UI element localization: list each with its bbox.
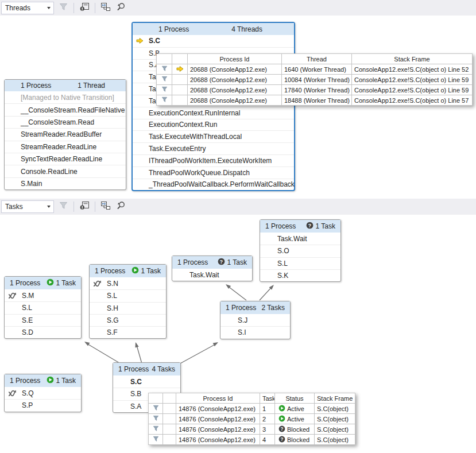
stack-frame-row[interactable]: StreamReader.ReadLine: [5, 141, 126, 153]
stack-frame-label: S.K: [277, 272, 288, 280]
stack-frame-row[interactable]: __ConsoleStream.ReadFileNative: [5, 103, 126, 115]
stack-frame-label: S.F: [107, 328, 118, 336]
stack-frame-row-current[interactable]: S.C: [113, 375, 180, 388]
stack-frame-label: S.D: [22, 328, 33, 336]
stack-frame-row[interactable]: [Managed to Native Transition]: [5, 91, 126, 103]
stack-frame-row[interactable]: S.G: [90, 314, 166, 326]
stack-frame-row[interactable]: Console.ReadLine: [5, 165, 126, 177]
tasks-stack-box-sq[interactable]: 1 Process 1 Task S.Q S.P: [4, 374, 82, 412]
stack-frame-row[interactable]: ThreadPoolWorkQueue.Dispatch: [133, 167, 294, 179]
autoscroll-current-frame-button[interactable]: [99, 2, 113, 14]
table-row[interactable]: 20688 (ConsoleApp12.exe) 17840 (Worker T…: [157, 85, 473, 95]
threads-stack-box-main-thread[interactable]: 1 Process 1 Thread [Managed to Native Tr…: [4, 79, 126, 190]
stack-frame-row[interactable]: Task.ExecuteWithThreadLocal: [133, 130, 294, 142]
stack-frame-row[interactable]: S.P: [5, 399, 81, 411]
stack-frame-cell: S.C(object): [315, 435, 355, 445]
table-row[interactable]: 20688 (ConsoleApp12.exe) 18488 (Worker T…: [157, 95, 473, 106]
show-only-flagged-button[interactable]: [56, 200, 70, 213]
stack-frame-row[interactable]: S.I: [220, 326, 290, 338]
column-header: Stack Frame: [315, 393, 355, 404]
stack-frame-row[interactable]: S.L: [5, 301, 81, 313]
stack-frame-row[interactable]: Task.Wait: [260, 233, 340, 245]
flag-task-button[interactable]: [149, 404, 163, 414]
stack-frame-row[interactable]: S.L: [260, 257, 340, 269]
method-view-button[interactable]: [78, 200, 91, 213]
zoom-control-icon: [115, 2, 126, 14]
table-header-row: Process Id Task Status Stack Frame: [149, 393, 355, 404]
stack-frame-label: Task.ExecuteWithThreadLocal: [149, 133, 242, 141]
stack-frame-row[interactable]: S.J: [220, 314, 290, 326]
stack-frame-row[interactable]: __ConsoleStream.Read: [5, 116, 126, 128]
method-view-button[interactable]: [78, 2, 91, 14]
stack-frame-label: StreamReader.ReadLine: [21, 143, 96, 151]
table-row[interactable]: 14876 (ConsoleApp12.exe) 4 ?Blocked S.C(…: [149, 435, 355, 445]
flag-thread-button[interactable]: [157, 85, 172, 95]
toggle-zoom-control-button[interactable]: [114, 200, 127, 213]
stack-frame-label: Task.ExecuteEntry: [149, 145, 206, 153]
stack-frame-row[interactable]: ExecutionContext.RunInternal: [133, 107, 294, 119]
task-blocked-icon: ?: [278, 425, 285, 433]
tasks-stack-box-blocked-tall[interactable]: 1 Process ? 1 Task Task.Wait S.O S.L S.K: [260, 219, 341, 282]
table-row[interactable]: 14876 (ConsoleApp12.exe) 3 ?Blocked S.C(…: [149, 424, 355, 435]
stack-frame-row[interactable]: StreamReader.ReadBuffer: [5, 128, 126, 140]
stack-frame-row[interactable]: S.L: [90, 289, 166, 301]
flag-task-button[interactable]: [149, 424, 163, 435]
stack-frame-row[interactable]: Task.Wait: [172, 269, 252, 281]
flag-task-button[interactable]: [149, 414, 163, 424]
stack-frame-cell: ConsoleApp12.exe!S.C(object o) Line 59: [352, 85, 473, 95]
stack-frame-label: ExecutionContext.Run: [149, 121, 217, 129]
stack-frame-row-current[interactable]: S.Q: [5, 387, 81, 399]
stack-frame-row-current[interactable]: S.N: [90, 277, 166, 289]
stack-box-header: 1 Process 4 Tasks: [113, 363, 180, 375]
tasks-stack-box-sn[interactable]: 1 Process 1 Task S.N S.L S.H S.G S.F: [89, 264, 167, 339]
table-row[interactable]: 20688 (ConsoleApp12.exe) 1640 (Worker Th…: [157, 64, 473, 75]
flag-task-button[interactable]: [149, 435, 163, 445]
stack-frame-row[interactable]: Task.ExecuteEntry: [133, 142, 294, 154]
task-count: 1 Task: [141, 267, 161, 275]
table-row[interactable]: 20688 (ConsoleApp12.exe) 10084 (Worker T…: [157, 75, 473, 85]
flag-thread-button[interactable]: [157, 95, 172, 106]
stack-frame-row[interactable]: S.K: [260, 269, 340, 281]
stack-frame-row[interactable]: SyncTextReader.ReadLine: [5, 153, 126, 165]
stack-frame-row[interactable]: S.E: [5, 314, 81, 326]
task-id-cell: 1: [260, 404, 275, 414]
tasks-stack-box-blocked-small[interactable]: 1 Process ? 1 Task Task.Wait: [172, 255, 253, 281]
threads-toolbar: Threads: [0, 0, 476, 16]
process-count: 1 Process: [10, 279, 40, 287]
thread-cell: 10084 (Worker Thread): [282, 75, 352, 85]
flag-column-header: [149, 393, 163, 404]
task-count: 2 Tasks: [262, 304, 285, 312]
crossed-threads-icon: [93, 280, 102, 286]
table-row[interactable]: 14876 (ConsoleApp12.exe) 1 Active S.C(ob…: [149, 404, 355, 414]
view-selector-tasks[interactable]: Tasks: [1, 200, 54, 213]
thread-count: 1 Thread: [78, 82, 105, 90]
stack-box-header: 1 Process 2 Tasks: [220, 301, 290, 314]
process-count: 1 Process: [177, 258, 208, 266]
stack-frame-row[interactable]: ExecutionContext.Run: [133, 119, 294, 131]
threads-stack-box-selected[interactable]: 1 Process 4 Threads S.C S.B S.A Task Tas…: [131, 22, 295, 191]
flag-thread-button[interactable]: [157, 64, 172, 75]
stack-frame-row[interactable]: S.Main: [5, 177, 126, 189]
stack-frame-row[interactable]: S.F: [90, 326, 166, 338]
stack-frame-cell: ConsoleApp12.exe!S.C(object o) Line 59: [352, 75, 473, 85]
status-cell: Active: [275, 414, 315, 424]
view-selector-threads[interactable]: Threads: [1, 2, 54, 14]
stack-frame-row[interactable]: S.H: [90, 302, 166, 314]
stack-frame-row-current[interactable]: S.M: [5, 289, 81, 301]
tasks-stack-box-two-tasks[interactable]: 1 Process 2 Tasks S.J S.I: [220, 301, 291, 339]
stack-frame-row-current[interactable]: S.C: [133, 35, 294, 47]
tasks-stack-box-sm[interactable]: 1 Process 1 Task S.M S.L S.E S.D: [4, 276, 82, 339]
stack-frame-row[interactable]: S.D: [5, 326, 81, 338]
toggle-zoom-control-button[interactable]: [114, 2, 127, 14]
stack-frame-row[interactable]: S.O: [260, 245, 340, 257]
stack-frame-label: S.L: [22, 304, 32, 312]
crossed-threads-icon: [8, 292, 17, 299]
stack-frame-row[interactable]: IThreadPoolWorkItem.ExecuteWorkItem: [133, 154, 294, 167]
table-row[interactable]: 14876 (ConsoleApp12.exe) 2 Active S.C(ob…: [149, 414, 355, 424]
stack-frame-row[interactable]: _ThreadPoolWaitCallback.PerformWaitCallb…: [133, 179, 294, 191]
flag-thread-button[interactable]: [157, 75, 172, 85]
show-only-flagged-button[interactable]: [56, 2, 70, 14]
autoscroll-current-frame-button[interactable]: [99, 200, 113, 213]
column-header: Status: [275, 393, 315, 404]
method-view-icon: [80, 201, 90, 212]
